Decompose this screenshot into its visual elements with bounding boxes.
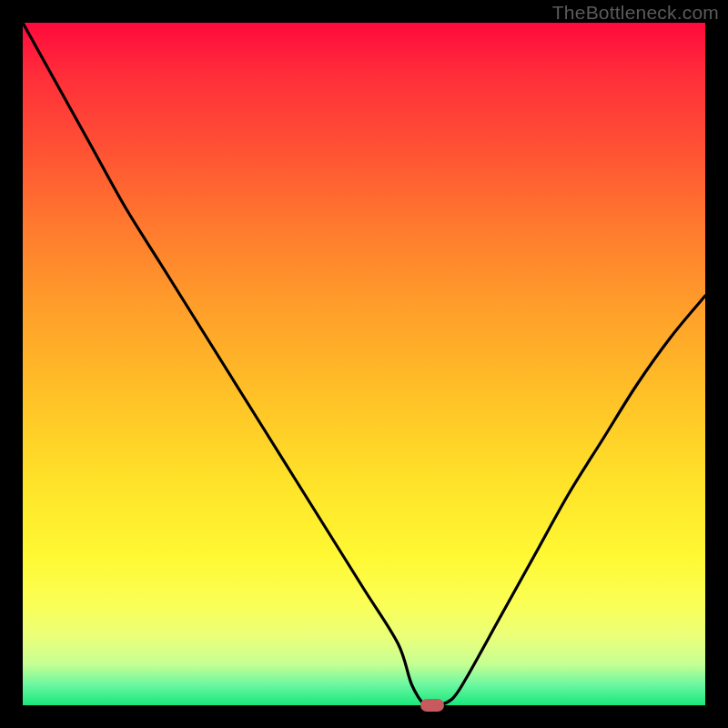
plot-area (23, 23, 705, 705)
chart-frame: TheBottleneck.com (0, 0, 728, 728)
watermark-text: TheBottleneck.com (552, 2, 719, 24)
bottleneck-minimum-marker (420, 699, 444, 712)
bottleneck-curve (23, 23, 705, 705)
